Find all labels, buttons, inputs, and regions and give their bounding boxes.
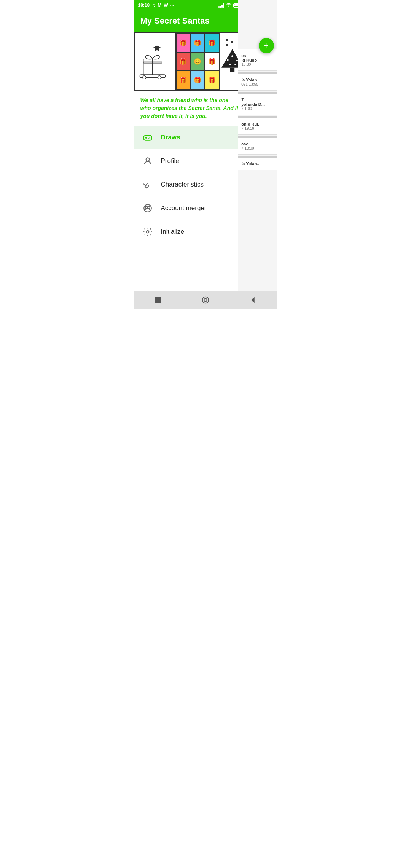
list-item[interactable]: ía Yolan...: [238, 158, 277, 170]
menu-item-account-merger[interactable]: Account merger: [134, 196, 246, 220]
svg-point-11: [231, 55, 233, 57]
banner-left: [135, 33, 175, 90]
list-item[interactable]: ía Yolan... 021 13:55: [238, 74, 277, 91]
signal-icon: [218, 3, 224, 8]
nav-square-button[interactable]: [150, 292, 166, 308]
menu-item-draws[interactable]: Draws: [134, 126, 246, 149]
draws-label: Draws: [161, 134, 180, 141]
svg-point-21: [148, 138, 149, 139]
svg-rect-15: [143, 136, 152, 140]
tagline: We all have a friend who is the one who …: [134, 91, 246, 126]
svg-point-28: [202, 297, 209, 303]
nav-back-button[interactable]: [245, 292, 261, 308]
wifi-icon: [226, 3, 231, 8]
status-bar: 18:18 ♫ M W ···: [134, 0, 246, 11]
person-icon: [142, 155, 153, 167]
gift-cell: 🎁: [176, 34, 191, 52]
menu-list: Draws Profile Characteristics: [134, 126, 246, 309]
svg-rect-27: [155, 297, 161, 303]
svg-point-20: [149, 137, 150, 138]
profile-label: Profile: [161, 157, 179, 165]
svg-point-29: [204, 298, 207, 301]
svg-point-10: [227, 59, 229, 61]
menu-item-initialize[interactable]: Initialize: [134, 220, 246, 244]
more-icon: ···: [170, 3, 174, 8]
account-merger-label: Account merger: [161, 204, 207, 212]
svg-point-5: [142, 75, 146, 78]
list-item[interactable]: onio Rui... 7 19:16: [238, 118, 277, 135]
list-item-subname: id Hugo: [241, 58, 274, 62]
svg-point-26: [146, 231, 149, 233]
gift-grid: 🎁 🎁 🎁 🎁 😊 🎁 🎁 🎁 🎁: [175, 33, 220, 90]
fab-button[interactable]: +: [259, 38, 274, 53]
app-title: My Secret Santas: [140, 16, 210, 26]
gamepad-icon: [142, 132, 153, 143]
spotify-icon: ♫: [152, 3, 155, 8]
list-item[interactable]: 7 yolanda D... 7 1:00: [238, 94, 277, 115]
drawer-panel: 18:18 ♫ M W ··· My Secret Santas: [134, 0, 246, 309]
app-header: My Secret Santas: [134, 11, 246, 32]
status-left: 18:18 ♫ M W ···: [138, 3, 174, 8]
svg-point-6: [158, 75, 161, 78]
svg-point-12: [236, 60, 238, 62]
checkmarks-icon: [142, 179, 153, 190]
svg-rect-9: [230, 68, 234, 72]
nav-home-button[interactable]: [198, 292, 213, 308]
svg-point-13: [229, 64, 231, 65]
settings-icon: [142, 226, 153, 238]
gift-cell: 🎁: [205, 52, 219, 71]
gift-cell: 🎁: [205, 34, 219, 52]
nav-bar: [134, 291, 277, 309]
list-item-name: es: [241, 53, 274, 58]
list-item[interactable]: es id Hugo 18:30: [238, 49, 277, 71]
gift-cell: 😊: [190, 52, 205, 71]
banner-image: 🎁 🎁 🎁 🎁 😊 🎁 🎁 🎁 🎁: [134, 32, 246, 91]
svg-point-22: [146, 158, 149, 161]
whatsapp-icon: W: [164, 3, 168, 8]
gift-cell: 🎁: [205, 71, 219, 89]
svg-point-24: [145, 206, 147, 208]
svg-point-14: [234, 64, 236, 65]
gmail-icon: M: [158, 3, 161, 8]
gift-cell: 🎁: [176, 52, 191, 71]
list-item-date: 18:30: [241, 62, 274, 67]
list-item-subname: ía Yolan...: [241, 78, 274, 82]
time: 18:18: [138, 3, 150, 8]
list-item[interactable]: aac 7 13:00: [238, 138, 277, 155]
characteristics-label: Characteristics: [161, 181, 204, 188]
plus-icon: +: [264, 41, 269, 51]
initialize-label: Initialize: [161, 228, 184, 236]
merge-icon: [142, 203, 153, 214]
menu-item-characteristics[interactable]: Characteristics: [134, 173, 246, 196]
gift-cell: 🎁: [190, 34, 205, 52]
list-item-date: 021 13:55: [241, 82, 274, 86]
svg-marker-30: [251, 297, 255, 303]
menu-item-profile[interactable]: Profile: [134, 149, 246, 173]
gift-cell: 🎁: [190, 71, 205, 89]
menu-divider: [134, 247, 246, 247]
svg-point-25: [148, 206, 150, 208]
gift-cell: 🎁: [176, 71, 191, 89]
